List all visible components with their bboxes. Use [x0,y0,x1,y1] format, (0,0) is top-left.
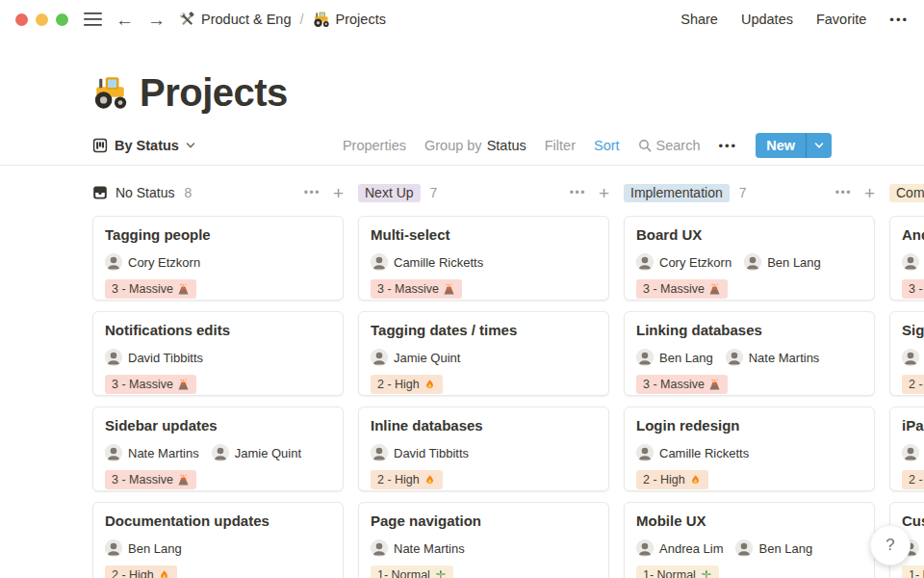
priority-label: 3 - Massive [112,473,173,486]
properties-button[interactable]: Properties [343,138,406,153]
board-card[interactable]: Tagging peopleCory Etzkorn3 - Massive [92,216,344,301]
share-button[interactable]: Share [680,12,718,27]
toolbar-more-icon[interactable]: ••• [719,139,738,153]
card-assignees: Cory Etzkorn [902,444,924,461]
board-card[interactable]: Board UXCory EtzkornBen Lang3 - Massive [624,216,875,301]
board-card[interactable]: Linking databasesBen LangNate Martins3 -… [624,311,875,396]
board-card[interactable]: Sign up flowJamie Quint2 - High [889,311,924,396]
priority-pill: 2 - High [902,375,924,394]
column-more-icon[interactable]: ••• [835,186,852,199]
board-card[interactable]: Page navigationNate Martins1- Normal [358,502,609,578]
priority-label: 1- Normal [909,568,924,578]
column-add-icon[interactable]: + [333,184,344,202]
priority-label: 3 - Massive [643,282,705,296]
avatar [744,253,761,271]
card-assignees: Jamie Quint [371,349,597,366]
avatar [371,444,388,461]
palm-icon [700,569,712,578]
column-status-pill: Completed [889,184,924,202]
volcano-icon [443,283,455,296]
updates-button[interactable]: Updates [741,12,793,27]
column-header: Implementation7•••+ [624,181,875,204]
board-card[interactable]: Inline databasesDavid Tibbitts2 - High [358,407,609,491]
palm-icon [434,569,447,578]
board-card[interactable]: Android appNate Martins3 - Massive [889,216,924,301]
assignee: Andrea Lim [636,539,723,557]
minimize-window-button[interactable] [36,13,48,26]
breadcrumb-item-page[interactable]: Projects [313,11,386,28]
assignee: Ben Lang [735,539,812,557]
assignee-name: Ben Lang [128,541,182,556]
assignee-name: Jamie Quint [235,446,301,460]
column-add-icon[interactable]: + [864,184,875,202]
avatar [371,539,388,557]
column-header: Completed•••+ [889,181,924,204]
card-title: Mobile UX [636,512,862,530]
view-switcher[interactable]: By Status [92,138,195,153]
more-options-icon[interactable]: ••• [889,13,909,27]
help-button[interactable]: ? [870,525,911,565]
column-add-icon[interactable]: + [599,184,609,202]
card-assignees: Camille Ricketts [371,253,597,271]
card-assignees: Ben LangNate Martins [636,349,862,366]
priority-pill: 1- Normal [371,565,453,578]
card-title: Login redesign [636,417,862,434]
breadcrumb-label: Product & Eng [201,12,292,27]
tractor-icon [313,11,330,28]
assignee: Camille Ricketts [636,444,749,461]
window-topbar: ← → Product & Eng / Projects Share Updat… [0,0,924,39]
new-button[interactable]: New [756,133,806,158]
view-switcher-label: By Status [115,138,179,153]
search-button[interactable]: Search [638,138,701,153]
tractor-icon[interactable] [92,74,129,111]
assignee: Nate Martins [726,349,820,366]
volcano-icon [177,283,190,296]
priority-pill: 2 - High [105,565,177,578]
priority-label: 3 - Massive [909,282,924,296]
column-more-icon[interactable]: ••• [304,186,321,199]
filter-button[interactable]: Filter [545,138,576,153]
new-dropdown-button[interactable] [806,133,832,158]
forward-arrow-icon[interactable]: → [147,11,166,29]
board-card[interactable]: Mobile UXAndrea LimBen Lang1- Normal [624,502,875,578]
favorite-button[interactable]: Favorite [816,12,866,27]
close-window-button[interactable] [15,13,28,26]
board-card[interactable]: Notifications editsDavid Tibbitts3 - Mas… [92,311,344,396]
board-card[interactable]: iPad appCory Etzkorn2 - High [889,407,924,491]
priority-label: 3 - Massive [643,378,705,391]
volcano-icon [708,283,721,296]
card-assignees: Camille Ricketts [636,444,862,461]
column-more-icon[interactable]: ••• [570,186,586,199]
page-title-text: Projects [140,69,288,116]
assignee-name: Nate Martins [749,351,820,365]
breadcrumb-item-workspace[interactable]: Product & Eng [179,12,292,28]
column-header: Next Up7•••+ [358,181,609,204]
assignee: Jamie Quint [371,349,460,366]
column-count: 8 [184,185,192,200]
board-card[interactable]: Sidebar updatesNate MartinsJamie Quint3 … [92,407,344,491]
priority-label: 1- Normal [643,568,696,578]
assignee: Ben Lang [636,349,713,366]
priority-pill: 2 - High [371,375,443,394]
group-by-button[interactable]: Group by Status [424,138,526,153]
board-card[interactable]: Multi-selectCamille Ricketts3 - Massive [358,216,609,301]
fire-icon [424,474,436,486]
card-assignees: Nate Martins [902,253,924,271]
sidebar-menu-icon[interactable] [84,12,102,27]
board-card[interactable]: Documentation updatesBen Lang2 - High [92,502,344,578]
back-arrow-icon[interactable]: ← [116,11,134,29]
view-toolbar: By Status Properties Group by Status Fil… [92,133,832,158]
board-card[interactable]: Tagging dates / timesJamie Quint2 - High [358,311,609,396]
priority-pill: 1- Normal [902,565,924,578]
zoom-window-button[interactable] [56,13,68,26]
sort-button[interactable]: Sort [594,138,620,153]
card-assignees: Nate Martins [371,539,597,557]
board-card[interactable]: Login redesignCamille Ricketts2 - High [624,407,875,491]
assignee: Nate Martins [902,253,924,271]
avatar [735,539,753,557]
assignee: Cory Etzkorn [105,253,200,271]
assignee-name: David Tibbitts [394,446,469,460]
card-title: Android app [902,226,924,244]
avatar [902,444,919,461]
card-title: Multi-select [371,226,597,244]
